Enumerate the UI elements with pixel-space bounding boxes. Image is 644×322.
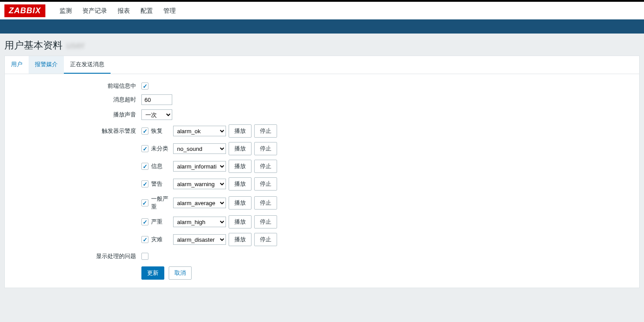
main-nav: 监测 资产记录 报表 配置 管理 [54, 2, 181, 19]
btn-play-notclassified[interactable]: 播放 [229, 142, 252, 155]
row-severity-3: 警告 alarm_warning 播放 停止 [141, 177, 635, 191]
button-row: 更新 取消 [141, 266, 635, 280]
nav-admin[interactable]: 管理 [158, 2, 181, 19]
btn-stop-warning[interactable]: 停止 [254, 177, 277, 191]
severity-label-notclassified: 未分类 [151, 145, 168, 153]
severity-label-information: 信息 [151, 162, 163, 170]
severity-label-high: 严重 [151, 218, 163, 226]
tab-messaging[interactable]: 正在发送消息 [64, 56, 111, 74]
select-sound-recovery[interactable]: alarm_ok [173, 126, 226, 136]
page-title: 用户基本资料 [4, 39, 63, 52]
row-severity-1: 未分类 no_sound 播放 停止 [141, 142, 635, 155]
label-show-suppressed: 显示处理的问题 [9, 252, 141, 260]
btn-play-warning[interactable]: 播放 [229, 177, 252, 191]
nav-monitoring[interactable]: 监测 [54, 2, 77, 19]
row-play-sound: 播放声音 一次 [9, 109, 635, 120]
btn-stop-high[interactable]: 停止 [254, 215, 277, 228]
row-frontend-messaging: 前端信息中 [9, 82, 635, 90]
row-show-suppressed: 显示处理的问题 [9, 252, 635, 260]
btn-play-high[interactable]: 播放 [229, 215, 252, 228]
btn-stop-notclassified[interactable]: 停止 [254, 142, 277, 155]
label-play-sound: 播放声音 [9, 111, 141, 119]
nav-config[interactable]: 配置 [135, 2, 158, 19]
severity-label-warning: 警告 [151, 180, 163, 188]
row-severity-6: 灾难 alarm_disaster 播放 停止 [141, 233, 635, 246]
header: ZABBIX 监测 资产记录 报表 配置 管理 [0, 2, 644, 19]
row-severity-2: 信息 alarm_information 播放 停止 [141, 160, 635, 173]
nav-reports[interactable]: 报表 [112, 2, 135, 19]
tab-user[interactable]: 用户 [5, 56, 29, 74]
cancel-button[interactable]: 取消 [169, 266, 192, 280]
nav-inventory[interactable]: 资产记录 [77, 2, 112, 19]
select-sound-warning[interactable]: alarm_warning [173, 179, 226, 189]
btn-play-disaster[interactable]: 播放 [229, 233, 252, 246]
content-panel: 用户 报警媒介 正在发送消息 前端信息中 消息超时 播放声音 一次 [4, 56, 640, 288]
btn-stop-disaster[interactable]: 停止 [254, 233, 277, 246]
row-severity-4: 一般严重 alarm_average 播放 停止 [141, 195, 635, 211]
tab-media[interactable]: 报警媒介 [29, 56, 64, 74]
checkbox-severity-information[interactable] [141, 163, 148, 170]
input-message-timeout[interactable] [141, 94, 172, 105]
label-frontend-messaging: 前端信息中 [9, 82, 141, 90]
tabs: 用户 报警媒介 正在发送消息 [5, 56, 639, 74]
select-sound-disaster[interactable]: alarm_disaster [173, 234, 226, 245]
checkbox-severity-average[interactable] [141, 199, 148, 206]
update-button[interactable]: 更新 [141, 266, 164, 280]
btn-stop-recovery[interactable]: 停止 [254, 124, 277, 138]
btn-stop-average[interactable]: 停止 [254, 196, 277, 210]
severity-label-recovery: 恢复 [151, 127, 163, 135]
btn-play-information[interactable]: 播放 [229, 160, 252, 173]
checkbox-severity-warning[interactable] [141, 180, 148, 187]
row-message-timeout: 消息超时 [9, 94, 635, 105]
row-severity-0: 触发器示警度 恢复 alarm_ok 播放 停止 [9, 124, 635, 138]
btn-play-average[interactable]: 播放 [229, 196, 252, 210]
checkbox-severity-high[interactable] [141, 218, 148, 225]
label-trigger-severity: 触发器示警度 [9, 127, 141, 135]
select-play-sound[interactable]: 一次 [141, 109, 172, 120]
severity-label-disaster: 灾难 [151, 236, 163, 243]
label-message-timeout: 消息超时 [9, 96, 141, 104]
select-sound-average[interactable]: alarm_average [173, 198, 226, 208]
select-sound-high[interactable]: alarm_high [173, 217, 226, 227]
form-area: 前端信息中 消息超时 播放声音 一次 触发器示警度 [5, 74, 639, 288]
sub-nav [0, 19, 644, 34]
btn-stop-information[interactable]: 停止 [254, 160, 277, 173]
select-sound-information[interactable]: alarm_information [173, 161, 226, 172]
checkbox-frontend-messaging[interactable] [141, 82, 148, 90]
btn-play-recovery[interactable]: 播放 [229, 124, 252, 138]
select-sound-notclassified[interactable]: no_sound [173, 143, 226, 154]
row-severity-5: 严重 alarm_high 播放 停止 [141, 215, 635, 228]
page-title-username: user [66, 40, 85, 51]
page-title-area: 用户基本资料 user [0, 34, 644, 56]
checkbox-severity-notclassified[interactable] [141, 145, 148, 152]
severity-label-average: 一般严重 [151, 195, 173, 211]
checkbox-severity-disaster[interactable] [141, 236, 148, 243]
checkbox-severity-recovery[interactable] [141, 127, 148, 135]
checkbox-show-suppressed[interactable] [141, 253, 148, 260]
logo[interactable]: ZABBIX [4, 4, 45, 17]
